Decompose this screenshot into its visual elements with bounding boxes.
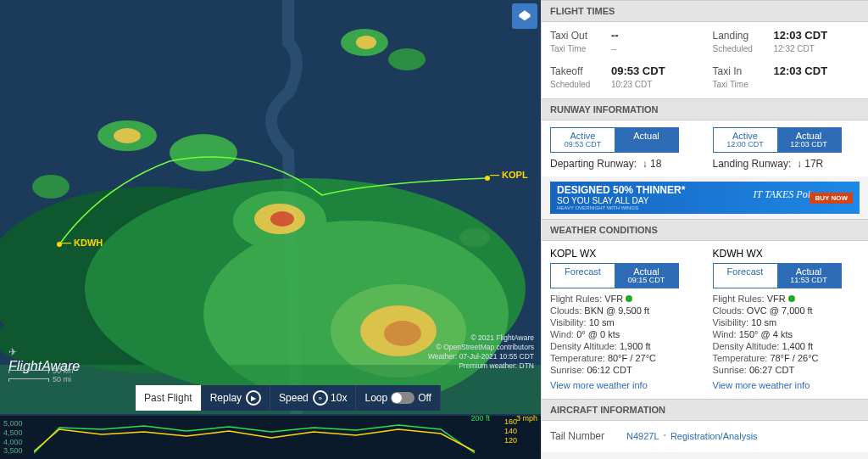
map-credits: © 2021 FlightAware © OpenStreetMap contr… [428, 333, 534, 371]
map-panel[interactable]: — KDWH — KOPL ✈FlightAware © 2021 Flight… [0, 0, 541, 459]
advertisement[interactable]: DESIGNED 50% THINNER* SO YOU SLAY ALL DA… [550, 182, 860, 214]
speed-button[interactable]: Speed» 10x [270, 385, 356, 411]
loop-toggle[interactable]: LoopOff [356, 385, 441, 411]
svg-point-16 [32, 175, 70, 199]
section-weather: WEATHER CONDITIONS [542, 219, 868, 241]
kdwh-toggle[interactable]: Forecast Actual11:53 CDT [713, 263, 842, 288]
adv-icon: » [313, 390, 328, 406]
reg-link[interactable]: Registration/Analysis [670, 431, 758, 441]
layers-button[interactable] [512, 3, 537, 29]
svg-point-9 [270, 211, 294, 227]
svg-point-10 [170, 134, 237, 171]
ad-cta-button[interactable]: BUY NOW [810, 193, 853, 204]
kopl-more-link[interactable]: View more weather info [550, 380, 648, 390]
side-panel[interactable]: FLIGHT TIMES Taxi Out-- Taxi Time-- Take… [541, 0, 868, 459]
kopl-toggle[interactable]: Forecast Actual09:15 CDT [550, 263, 679, 288]
kdwh-more-link[interactable]: View more weather info [713, 380, 810, 390]
mode-label: Past Flight [136, 385, 202, 411]
toggle-switch[interactable] [391, 392, 415, 404]
section-aircraft: AIRCRAFT INFORMATION [542, 399, 868, 421]
section-flight-times: FLIGHT TIMES [542, 0, 868, 22]
svg-point-18 [459, 228, 490, 247]
waypoint-origin: — KDWH [62, 238, 103, 248]
arr-toggle[interactable]: Active12:00 CDT Actual12:03 CDT [713, 127, 842, 153]
tail-link[interactable]: N4927L [626, 431, 659, 441]
svg-point-6 [384, 321, 421, 346]
profile-chart[interactable]: 200 ft 3 mph 5,0004,5004,0003,500 160140… [0, 414, 541, 459]
spd-axis: 160140120 [504, 417, 517, 445]
waypoint-dest: — KOPL [490, 170, 528, 180]
svg-point-15 [388, 48, 426, 70]
replay-button[interactable]: Replay▶ [202, 385, 270, 411]
svg-point-12 [114, 128, 141, 143]
svg-point-14 [356, 36, 376, 49]
map-scale: 50 km 50 mi [8, 367, 74, 383]
play-icon: ▶ [246, 390, 261, 406]
dep-toggle[interactable]: Active09:53 CDT Actual [550, 127, 679, 153]
vfr-dot-icon [788, 295, 795, 302]
wx-kdwh: KDWH WX Forecast Actual11:53 CDT Flight … [713, 248, 860, 392]
alt-axis: 5,0004,5004,0003,500 [3, 419, 23, 456]
speed-label: 3 mph [516, 414, 537, 423]
vfr-dot-icon [626, 295, 632, 302]
section-runway: RUNWAY INFORMATION [542, 98, 868, 120]
playback-controls: Past Flight Replay▶ Speed» 10x LoopOff [136, 385, 441, 411]
wx-kopl: KOPL WX Forecast Actual09:15 CDT Flight … [550, 248, 698, 392]
